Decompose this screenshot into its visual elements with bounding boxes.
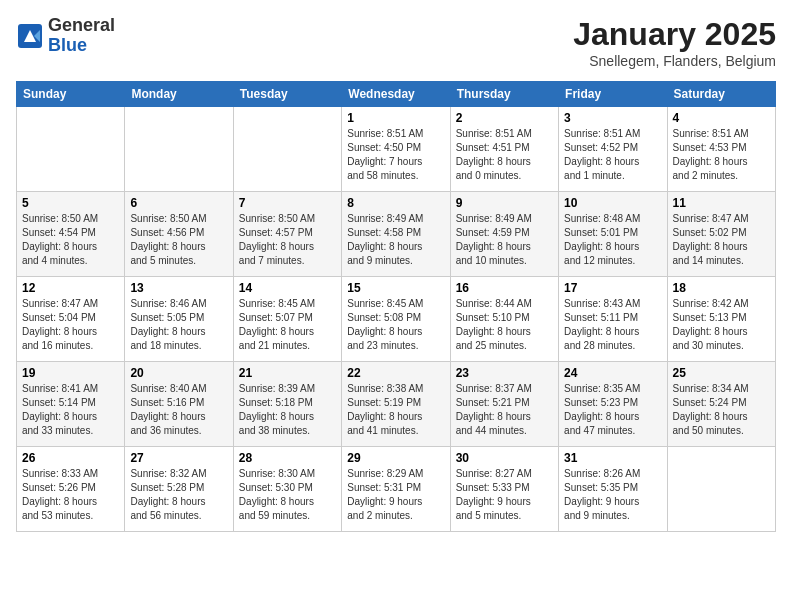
day-info: Sunrise: 8:50 AM Sunset: 4:56 PM Dayligh… [130, 212, 227, 268]
day-number: 4 [673, 111, 770, 125]
day-number: 23 [456, 366, 553, 380]
calendar-cell [667, 447, 775, 532]
weekday-header-sunday: Sunday [17, 82, 125, 107]
week-row-1: 1Sunrise: 8:51 AM Sunset: 4:50 PM Daylig… [17, 107, 776, 192]
week-row-5: 26Sunrise: 8:33 AM Sunset: 5:26 PM Dayli… [17, 447, 776, 532]
calendar-cell [17, 107, 125, 192]
calendar-cell: 20Sunrise: 8:40 AM Sunset: 5:16 PM Dayli… [125, 362, 233, 447]
day-number: 6 [130, 196, 227, 210]
calendar-cell: 29Sunrise: 8:29 AM Sunset: 5:31 PM Dayli… [342, 447, 450, 532]
day-info: Sunrise: 8:51 AM Sunset: 4:52 PM Dayligh… [564, 127, 661, 183]
day-number: 28 [239, 451, 336, 465]
day-info: Sunrise: 8:51 AM Sunset: 4:51 PM Dayligh… [456, 127, 553, 183]
day-number: 17 [564, 281, 661, 295]
day-info: Sunrise: 8:34 AM Sunset: 5:24 PM Dayligh… [673, 382, 770, 438]
day-info: Sunrise: 8:50 AM Sunset: 4:57 PM Dayligh… [239, 212, 336, 268]
weekday-header-friday: Friday [559, 82, 667, 107]
weekday-header-saturday: Saturday [667, 82, 775, 107]
calendar-cell: 30Sunrise: 8:27 AM Sunset: 5:33 PM Dayli… [450, 447, 558, 532]
calendar-cell: 12Sunrise: 8:47 AM Sunset: 5:04 PM Dayli… [17, 277, 125, 362]
calendar-cell: 9Sunrise: 8:49 AM Sunset: 4:59 PM Daylig… [450, 192, 558, 277]
day-number: 13 [130, 281, 227, 295]
day-number: 10 [564, 196, 661, 210]
day-info: Sunrise: 8:49 AM Sunset: 4:58 PM Dayligh… [347, 212, 444, 268]
day-info: Sunrise: 8:47 AM Sunset: 5:02 PM Dayligh… [673, 212, 770, 268]
calendar-cell: 6Sunrise: 8:50 AM Sunset: 4:56 PM Daylig… [125, 192, 233, 277]
calendar-cell: 2Sunrise: 8:51 AM Sunset: 4:51 PM Daylig… [450, 107, 558, 192]
day-info: Sunrise: 8:48 AM Sunset: 5:01 PM Dayligh… [564, 212, 661, 268]
day-number: 11 [673, 196, 770, 210]
day-number: 15 [347, 281, 444, 295]
title-block: January 2025 Snellegem, Flanders, Belgiu… [573, 16, 776, 69]
logo-text: General Blue [48, 16, 115, 56]
weekday-header-thursday: Thursday [450, 82, 558, 107]
day-number: 27 [130, 451, 227, 465]
day-number: 14 [239, 281, 336, 295]
calendar-cell: 1Sunrise: 8:51 AM Sunset: 4:50 PM Daylig… [342, 107, 450, 192]
day-info: Sunrise: 8:41 AM Sunset: 5:14 PM Dayligh… [22, 382, 119, 438]
month-title: January 2025 [573, 16, 776, 53]
calendar-cell: 14Sunrise: 8:45 AM Sunset: 5:07 PM Dayli… [233, 277, 341, 362]
day-number: 22 [347, 366, 444, 380]
calendar-cell: 26Sunrise: 8:33 AM Sunset: 5:26 PM Dayli… [17, 447, 125, 532]
day-number: 26 [22, 451, 119, 465]
calendar-cell: 22Sunrise: 8:38 AM Sunset: 5:19 PM Dayli… [342, 362, 450, 447]
week-row-2: 5Sunrise: 8:50 AM Sunset: 4:54 PM Daylig… [17, 192, 776, 277]
calendar-cell: 13Sunrise: 8:46 AM Sunset: 5:05 PM Dayli… [125, 277, 233, 362]
day-number: 20 [130, 366, 227, 380]
calendar-cell: 21Sunrise: 8:39 AM Sunset: 5:18 PM Dayli… [233, 362, 341, 447]
day-number: 16 [456, 281, 553, 295]
day-number: 8 [347, 196, 444, 210]
day-info: Sunrise: 8:45 AM Sunset: 5:08 PM Dayligh… [347, 297, 444, 353]
calendar-cell: 27Sunrise: 8:32 AM Sunset: 5:28 PM Dayli… [125, 447, 233, 532]
day-info: Sunrise: 8:46 AM Sunset: 5:05 PM Dayligh… [130, 297, 227, 353]
calendar-cell: 23Sunrise: 8:37 AM Sunset: 5:21 PM Dayli… [450, 362, 558, 447]
calendar-cell: 19Sunrise: 8:41 AM Sunset: 5:14 PM Dayli… [17, 362, 125, 447]
day-number: 31 [564, 451, 661, 465]
day-number: 25 [673, 366, 770, 380]
day-number: 30 [456, 451, 553, 465]
calendar-cell: 24Sunrise: 8:35 AM Sunset: 5:23 PM Dayli… [559, 362, 667, 447]
day-info: Sunrise: 8:26 AM Sunset: 5:35 PM Dayligh… [564, 467, 661, 523]
calendar-cell: 25Sunrise: 8:34 AM Sunset: 5:24 PM Dayli… [667, 362, 775, 447]
day-number: 29 [347, 451, 444, 465]
calendar-cell: 4Sunrise: 8:51 AM Sunset: 4:53 PM Daylig… [667, 107, 775, 192]
calendar-cell: 15Sunrise: 8:45 AM Sunset: 5:08 PM Dayli… [342, 277, 450, 362]
calendar-cell: 11Sunrise: 8:47 AM Sunset: 5:02 PM Dayli… [667, 192, 775, 277]
weekday-header-monday: Monday [125, 82, 233, 107]
day-info: Sunrise: 8:50 AM Sunset: 4:54 PM Dayligh… [22, 212, 119, 268]
day-number: 3 [564, 111, 661, 125]
calendar-cell [125, 107, 233, 192]
day-number: 12 [22, 281, 119, 295]
day-info: Sunrise: 8:40 AM Sunset: 5:16 PM Dayligh… [130, 382, 227, 438]
day-info: Sunrise: 8:51 AM Sunset: 4:50 PM Dayligh… [347, 127, 444, 183]
weekday-header-row: SundayMondayTuesdayWednesdayThursdayFrid… [17, 82, 776, 107]
calendar-cell [233, 107, 341, 192]
day-info: Sunrise: 8:30 AM Sunset: 5:30 PM Dayligh… [239, 467, 336, 523]
logo-blue: Blue [48, 36, 115, 56]
day-info: Sunrise: 8:43 AM Sunset: 5:11 PM Dayligh… [564, 297, 661, 353]
day-info: Sunrise: 8:44 AM Sunset: 5:10 PM Dayligh… [456, 297, 553, 353]
day-info: Sunrise: 8:51 AM Sunset: 4:53 PM Dayligh… [673, 127, 770, 183]
day-number: 9 [456, 196, 553, 210]
day-number: 21 [239, 366, 336, 380]
day-number: 24 [564, 366, 661, 380]
day-number: 1 [347, 111, 444, 125]
week-row-3: 12Sunrise: 8:47 AM Sunset: 5:04 PM Dayli… [17, 277, 776, 362]
calendar-cell: 10Sunrise: 8:48 AM Sunset: 5:01 PM Dayli… [559, 192, 667, 277]
logo-icon [16, 22, 44, 50]
day-info: Sunrise: 8:42 AM Sunset: 5:13 PM Dayligh… [673, 297, 770, 353]
day-info: Sunrise: 8:29 AM Sunset: 5:31 PM Dayligh… [347, 467, 444, 523]
logo-general: General [48, 16, 115, 36]
calendar-cell: 16Sunrise: 8:44 AM Sunset: 5:10 PM Dayli… [450, 277, 558, 362]
calendar-cell: 7Sunrise: 8:50 AM Sunset: 4:57 PM Daylig… [233, 192, 341, 277]
day-number: 19 [22, 366, 119, 380]
calendar-cell: 17Sunrise: 8:43 AM Sunset: 5:11 PM Dayli… [559, 277, 667, 362]
day-info: Sunrise: 8:35 AM Sunset: 5:23 PM Dayligh… [564, 382, 661, 438]
calendar-cell: 3Sunrise: 8:51 AM Sunset: 4:52 PM Daylig… [559, 107, 667, 192]
location: Snellegem, Flanders, Belgium [573, 53, 776, 69]
day-info: Sunrise: 8:39 AM Sunset: 5:18 PM Dayligh… [239, 382, 336, 438]
calendar-cell: 8Sunrise: 8:49 AM Sunset: 4:58 PM Daylig… [342, 192, 450, 277]
weekday-header-tuesday: Tuesday [233, 82, 341, 107]
logo: General Blue [16, 16, 115, 56]
